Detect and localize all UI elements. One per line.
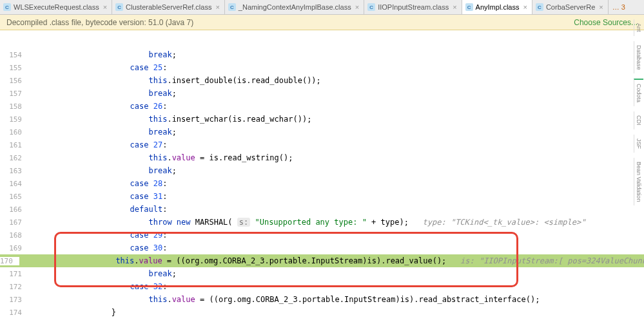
code-line[interactable]: 175 [0,319,644,322]
code-text: this.value = is.read_wstring(); [53,153,293,162]
right-tool-rail: AntDatabaseCodotaCDIJSFBean Validation [632,0,644,322]
line-number: 163 [0,167,28,175]
close-icon[interactable]: × [451,3,458,11]
code-text: case 31: [53,192,167,201]
tab-corbaserverre[interactable]: CCorbaServerRe× [532,0,609,14]
tab-label: AnyImpl.class [476,3,520,11]
line-number: 164 [0,180,28,188]
tab-label: ClusterableServerRef.class [126,3,211,11]
code-line[interactable]: 165 case 31: [0,190,644,203]
editor-tabs: CWLSExecuteRequest.class×CClusterableSer… [0,0,644,15]
class-file-icon: C [228,3,236,11]
code-text: break; [53,166,177,175]
code-line[interactable]: 159 this.insert_wchar(is.read_wchar()); [0,113,644,126]
line-number: 155 [0,64,28,72]
code-line[interactable]: 158 case 26: [0,100,644,113]
code-line[interactable]: 163 break; [0,164,644,177]
line-number: 173 [0,296,28,304]
code-line[interactable]: 154 break; [0,48,644,61]
line-number: 154 [0,51,28,59]
code-text: this.insert_wchar(is.read_wchar()); [53,115,311,124]
tab-_namingcontextanyimplbase-class[interactable]: C_NamingContextAnyImplBase.class× [225,0,364,14]
tab-wlsexecuterequest-class[interactable]: CWLSExecuteRequest.class× [0,0,112,14]
tab-label: CorbaServerRe [546,3,595,11]
code-text: throw new MARSHAL( s: "Unsupported any t… [53,218,585,227]
rail-bean-validation[interactable]: Bean Validation [634,158,643,205]
code-line[interactable]: 168 case 29: [0,229,644,242]
code-line[interactable]: 173 this.value = ((org.omg.CORBA_2_3.por… [0,293,644,306]
code-text: case 32: [53,282,167,291]
class-file-icon: C [367,3,375,11]
tab-label: WLSExecuteRequest.class [14,3,99,11]
code-text: this.value = ((org.omg.CORBA_2_3.portabl… [53,295,540,304]
code-line[interactable]: 172 case 32: [0,280,644,293]
code-text: this.insert_double(is.read_double()); [53,76,321,85]
banner-text: Decompiled .class file, bytecode version… [6,18,193,27]
class-file-icon: C [3,3,11,11]
code-text: this.value = ((org.omg.CORBA_2_3.portabl… [20,256,644,265]
rail-database[interactable]: Database [634,41,643,74]
line-number: 161 [0,141,28,149]
line-number: 157 [0,90,28,98]
decompiled-banner: Decompiled .class file, bytecode version… [0,15,644,30]
code-line[interactable]: 157 break; [0,87,644,100]
close-icon[interactable]: × [598,3,604,11]
code-line[interactable]: 170 this.value = ((org.omg.CORBA_2_3.por… [0,254,644,267]
code-line[interactable]: 169 case 30: [0,242,644,254]
line-number: 167 [0,218,28,227]
tab-anyimpl-class[interactable]: CAnyImpl.class× [462,0,532,14]
code-line[interactable]: 174 } [0,306,644,319]
close-icon[interactable]: × [522,3,528,11]
line-number: 158 [0,102,28,111]
code-text: break; [53,128,177,137]
overflow-count: 3 [621,3,625,11]
code-text: case 27: [53,140,167,149]
class-file-icon: C [536,3,543,11]
tab-label: IIOPInputStream.class [378,3,449,11]
code-line[interactable]: 160 break; [0,126,644,138]
code-line[interactable]: 164 case 28: [0,177,644,190]
code-line[interactable]: 156 this.insert_double(is.read_double())… [0,74,644,87]
rail-jsf[interactable]: JSF [634,135,643,153]
code-line[interactable]: 155 case 25: [0,61,644,74]
code-line[interactable]: 171 break; [0,267,644,280]
line-number: 168 [0,231,28,240]
rail-cdi[interactable]: CDI [634,111,643,129]
close-icon[interactable]: × [214,3,220,11]
line-number: 171 [0,270,28,278]
line-number: 170 [0,257,19,265]
tab-iiopinputstream-class[interactable]: CIIOPInputStream.class× [364,0,462,14]
code-text: default: [53,205,167,214]
code-text: case 29: [53,231,167,240]
line-number: 162 [0,154,28,162]
code-line[interactable]: 162 this.value = is.read_wstring(); [0,151,644,164]
line-number: 160 [0,128,28,137]
overflow-dots: … [612,3,620,11]
code-text: case 30: [53,243,167,252]
tabs-overflow[interactable]: …3 [609,0,629,14]
line-number: 165 [0,193,28,201]
tab-label: _NamingContextAnyImplBase.class [239,3,351,11]
choose-sources-link[interactable]: Choose Sources... [574,18,638,27]
code-text: } [53,308,116,317]
rail-codota[interactable]: Codota [634,79,643,106]
line-number: 166 [0,205,28,214]
tab-clusterableserverref-class[interactable]: CClusterableServerRef.class× [112,0,225,14]
line-number: 172 [0,283,28,291]
rail-ant[interactable]: Ant [634,19,643,36]
code-line[interactable]: 161 case 27: [0,138,644,151]
line-number: 174 [0,308,28,317]
class-file-icon: C [115,3,123,11]
code-text: case 28: [53,179,167,188]
code-text: case 25: [53,63,167,72]
code-text: case 26: [53,102,167,111]
code-text: break; [53,89,177,98]
code-text: break; [53,50,177,59]
close-icon[interactable]: × [102,3,108,11]
code-editor[interactable]: 154 break;155 case 25:156 this.insert_do… [0,30,644,322]
class-file-icon: C [465,3,473,11]
close-icon[interactable]: × [354,3,360,11]
code-text: break; [53,269,177,278]
code-line[interactable]: 167 throw new MARSHAL( s: "Unsupported a… [0,216,644,229]
code-line[interactable]: 166 default: [0,203,644,216]
